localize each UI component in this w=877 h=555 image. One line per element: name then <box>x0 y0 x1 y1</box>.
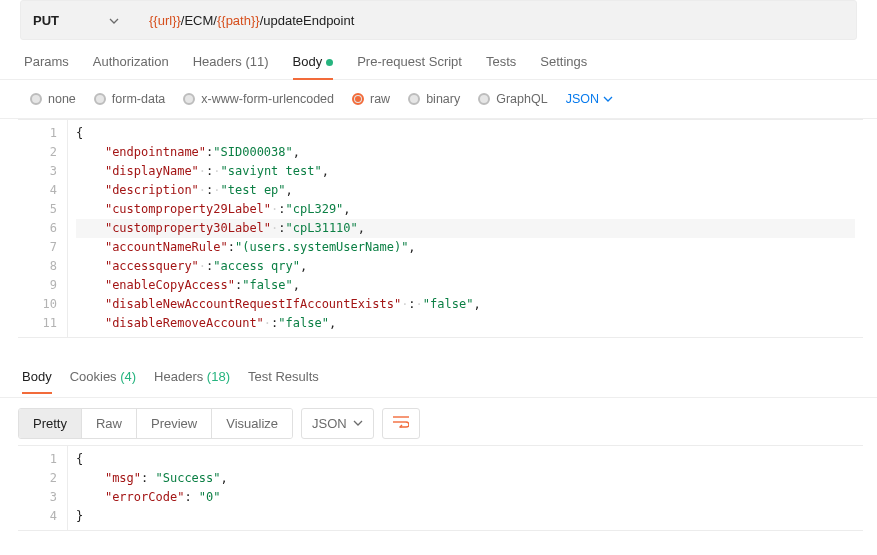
view-mode-visualize[interactable]: Visualize <box>212 409 292 438</box>
tab-tests[interactable]: Tests <box>486 54 516 79</box>
body-type-none[interactable]: none <box>30 92 76 106</box>
request-url-bar: PUT {{url}}/ECM/{{path}}/updateEndpoint <box>20 0 857 40</box>
request-tabs: ParamsAuthorizationHeaders (11)BodyPre-r… <box>0 40 877 80</box>
code-area[interactable]: { "endpointname":"SID000038", "displayNa… <box>68 120 863 337</box>
response-toolbar: PrettyRawPreviewVisualize JSON <box>0 398 877 445</box>
radio-icon <box>408 93 420 105</box>
body-type-GraphQL[interactable]: GraphQL <box>478 92 547 106</box>
raw-lang-dropdown[interactable]: JSON <box>566 92 613 106</box>
body-type-x-www-form-urlencoded[interactable]: x-www-form-urlencoded <box>183 92 334 106</box>
response-tabs: BodyCookies (4)Headers (18)Test Results <box>0 364 877 398</box>
response-lang-dropdown[interactable]: JSON <box>301 408 374 439</box>
code-line[interactable]: "accountNameRule":"(users.systemUserName… <box>76 238 855 257</box>
line-gutter: 1234567891011 <box>18 120 68 337</box>
view-mode-pretty[interactable]: Pretty <box>19 409 82 438</box>
view-mode-preview[interactable]: Preview <box>137 409 212 438</box>
code-line[interactable]: "description"·:·"test ep", <box>76 181 855 200</box>
unsaved-dot-icon <box>326 59 333 66</box>
url-input[interactable]: {{url}}/ECM/{{path}}/updateEndpoint <box>149 13 354 28</box>
request-body-editor[interactable]: 1234567891011 { "endpointname":"SID00003… <box>18 119 863 338</box>
code-line[interactable]: "errorCode": "0" <box>76 488 855 507</box>
chevron-down-icon <box>353 416 363 431</box>
code-line[interactable]: "endpointname":"SID000038", <box>76 143 855 162</box>
body-type-form-data[interactable]: form-data <box>94 92 166 106</box>
code-line[interactable]: { <box>76 450 855 469</box>
code-line[interactable]: { <box>76 124 855 143</box>
body-type-binary[interactable]: binary <box>408 92 460 106</box>
tab-headers-[interactable]: Headers (11) <box>193 54 269 79</box>
chevron-down-icon[interactable] <box>109 15 119 25</box>
tab-body[interactable]: Body <box>293 54 334 79</box>
radio-icon <box>478 93 490 105</box>
view-mode-raw[interactable]: Raw <box>82 409 137 438</box>
code-line[interactable]: "customproperty30Label"·:"cpL31110", <box>76 219 855 238</box>
response-tab-headers[interactable]: Headers (18) <box>154 369 230 393</box>
code-line[interactable]: "accessquery"·:"access qry", <box>76 257 855 276</box>
code-line[interactable]: "disableRemoveAccount"·:"false", <box>76 314 855 333</box>
response-tab-body[interactable]: Body <box>22 369 52 393</box>
body-type-raw[interactable]: raw <box>352 92 390 106</box>
code-line[interactable]: } <box>76 507 855 526</box>
radio-icon <box>94 93 106 105</box>
tab-settings[interactable]: Settings <box>540 54 587 79</box>
tab-params[interactable]: Params <box>24 54 69 79</box>
response-lang-label: JSON <box>312 416 347 431</box>
response-body-editor[interactable]: 1234 { "msg": "Success", "errorCode": "0… <box>18 445 863 531</box>
line-gutter: 1234 <box>18 446 68 530</box>
code-line[interactable]: "msg": "Success", <box>76 469 855 488</box>
radio-icon <box>30 93 42 105</box>
http-method[interactable]: PUT <box>33 13 69 28</box>
code-line[interactable]: "disableNewAccountRequestIfAccountExists… <box>76 295 855 314</box>
radio-icon <box>183 93 195 105</box>
code-area[interactable]: { "msg": "Success", "errorCode": "0"} <box>68 446 863 530</box>
code-line[interactable]: "displayName"·:·"saviynt test", <box>76 162 855 181</box>
body-type-row: noneform-datax-www-form-urlencodedrawbin… <box>0 80 877 119</box>
view-mode-segment: PrettyRawPreviewVisualize <box>18 408 293 439</box>
wrap-lines-button[interactable] <box>382 408 420 439</box>
code-line[interactable]: "enableCopyAccess":"false", <box>76 276 855 295</box>
code-line[interactable]: "customproperty29Label"·:"cpL329", <box>76 200 855 219</box>
radio-icon <box>352 93 364 105</box>
response-tab-test-results[interactable]: Test Results <box>248 369 319 393</box>
response-tab-cookies[interactable]: Cookies (4) <box>70 369 136 393</box>
tab-pre-request-script[interactable]: Pre-request Script <box>357 54 462 79</box>
tab-authorization[interactable]: Authorization <box>93 54 169 79</box>
